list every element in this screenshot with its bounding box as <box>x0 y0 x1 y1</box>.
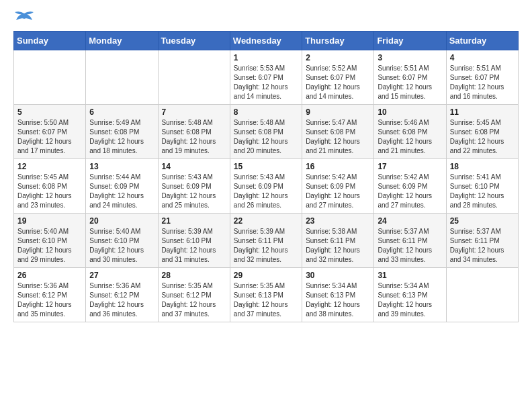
calendar-table: SundayMondayTuesdayWednesdayThursdayFrid… <box>13 31 519 322</box>
day-info: Sunrise: 5:51 AMSunset: 6:07 PMDaylight:… <box>450 64 515 101</box>
calendar-day-cell: 21Sunrise: 5:39 AMSunset: 6:10 PMDayligh… <box>158 214 230 268</box>
day-number: 23 <box>306 216 370 226</box>
day-info: Sunrise: 5:45 AMSunset: 6:08 PMDaylight:… <box>17 173 82 210</box>
day-number: 2 <box>306 53 370 62</box>
calendar-day-cell: 13Sunrise: 5:44 AMSunset: 6:09 PMDayligh… <box>86 159 158 214</box>
calendar-week-row: 12Sunrise: 5:45 AMSunset: 6:08 PMDayligh… <box>14 159 519 214</box>
day-info: Sunrise: 5:34 AMSunset: 6:13 PMDaylight:… <box>378 281 442 319</box>
day-number: 9 <box>306 107 370 117</box>
calendar-day-cell: 2Sunrise: 5:52 AMSunset: 6:07 PMDaylight… <box>302 50 374 105</box>
calendar-day-cell: 23Sunrise: 5:38 AMSunset: 6:11 PMDayligh… <box>302 214 374 268</box>
weekday-header: Thursday <box>302 32 374 50</box>
day-number: 29 <box>234 271 298 280</box>
day-number: 3 <box>378 53 442 62</box>
day-info: Sunrise: 5:48 AMSunset: 6:08 PMDaylight:… <box>162 118 226 156</box>
day-number: 4 <box>450 53 515 62</box>
day-info: Sunrise: 5:42 AMSunset: 6:09 PMDaylight:… <box>306 173 370 210</box>
day-number: 18 <box>450 162 515 171</box>
day-number: 15 <box>234 162 298 171</box>
day-info: Sunrise: 5:36 AMSunset: 6:12 PMDaylight:… <box>89 281 154 319</box>
day-number: 10 <box>378 107 442 117</box>
day-info: Sunrise: 5:35 AMSunset: 6:13 PMDaylight:… <box>234 281 298 319</box>
day-info: Sunrise: 5:47 AMSunset: 6:08 PMDaylight:… <box>306 118 370 156</box>
day-info: Sunrise: 5:39 AMSunset: 6:11 PMDaylight:… <box>234 227 298 265</box>
calendar-day-cell <box>14 50 86 105</box>
calendar-day-cell: 29Sunrise: 5:35 AMSunset: 6:13 PMDayligh… <box>230 268 302 322</box>
day-number: 24 <box>378 216 442 226</box>
day-info: Sunrise: 5:49 AMSunset: 6:08 PMDaylight:… <box>89 118 154 156</box>
day-number: 21 <box>162 216 226 226</box>
calendar-day-cell: 6Sunrise: 5:49 AMSunset: 6:08 PMDaylight… <box>86 105 158 159</box>
calendar-day-cell <box>86 50 158 105</box>
day-info: Sunrise: 5:41 AMSunset: 6:10 PMDaylight:… <box>450 173 515 210</box>
calendar-day-cell: 26Sunrise: 5:36 AMSunset: 6:12 PMDayligh… <box>14 268 86 322</box>
weekday-header: Tuesday <box>158 32 230 50</box>
day-info: Sunrise: 5:48 AMSunset: 6:08 PMDaylight:… <box>234 118 298 156</box>
day-info: Sunrise: 5:38 AMSunset: 6:11 PMDaylight:… <box>306 227 370 265</box>
calendar-week-row: 5Sunrise: 5:50 AMSunset: 6:07 PMDaylight… <box>14 105 519 159</box>
day-number: 13 <box>89 162 154 171</box>
day-info: Sunrise: 5:42 AMSunset: 6:09 PMDaylight:… <box>378 173 442 210</box>
day-info: Sunrise: 5:44 AMSunset: 6:09 PMDaylight:… <box>89 173 154 210</box>
calendar-week-row: 26Sunrise: 5:36 AMSunset: 6:12 PMDayligh… <box>14 268 519 322</box>
calendar-day-cell: 17Sunrise: 5:42 AMSunset: 6:09 PMDayligh… <box>374 159 446 214</box>
calendar-day-cell <box>158 50 230 105</box>
day-number: 1 <box>234 53 298 62</box>
day-number: 7 <box>162 107 226 117</box>
day-info: Sunrise: 5:36 AMSunset: 6:12 PMDaylight:… <box>17 281 82 319</box>
day-number: 16 <box>306 162 370 171</box>
weekday-header: Sunday <box>14 32 86 50</box>
calendar-day-cell: 31Sunrise: 5:34 AMSunset: 6:13 PMDayligh… <box>374 268 446 322</box>
page-header <box>13 13 519 24</box>
day-number: 19 <box>17 216 82 226</box>
day-number: 17 <box>378 162 442 171</box>
day-info: Sunrise: 5:40 AMSunset: 6:10 PMDaylight:… <box>17 227 82 265</box>
day-number: 5 <box>17 107 82 117</box>
calendar-header-row: SundayMondayTuesdayWednesdayThursdayFrid… <box>14 32 519 50</box>
day-number: 27 <box>89 271 154 280</box>
calendar-day-cell: 19Sunrise: 5:40 AMSunset: 6:10 PMDayligh… <box>14 214 86 268</box>
calendar-day-cell <box>446 268 518 322</box>
day-number: 11 <box>450 107 515 117</box>
calendar-day-cell: 1Sunrise: 5:53 AMSunset: 6:07 PMDaylight… <box>230 50 302 105</box>
calendar-day-cell: 16Sunrise: 5:42 AMSunset: 6:09 PMDayligh… <box>302 159 374 214</box>
day-info: Sunrise: 5:35 AMSunset: 6:12 PMDaylight:… <box>162 281 226 319</box>
calendar-day-cell: 4Sunrise: 5:51 AMSunset: 6:07 PMDaylight… <box>446 50 518 105</box>
day-info: Sunrise: 5:39 AMSunset: 6:10 PMDaylight:… <box>162 227 226 265</box>
day-number: 31 <box>378 271 442 280</box>
calendar-day-cell: 9Sunrise: 5:47 AMSunset: 6:08 PMDaylight… <box>302 105 374 159</box>
calendar-day-cell: 24Sunrise: 5:37 AMSunset: 6:11 PMDayligh… <box>374 214 446 268</box>
day-info: Sunrise: 5:37 AMSunset: 6:11 PMDaylight:… <box>450 227 515 265</box>
calendar-day-cell: 28Sunrise: 5:35 AMSunset: 6:12 PMDayligh… <box>158 268 230 322</box>
calendar-day-cell: 20Sunrise: 5:40 AMSunset: 6:10 PMDayligh… <box>86 214 158 268</box>
calendar-day-cell: 12Sunrise: 5:45 AMSunset: 6:08 PMDayligh… <box>14 159 86 214</box>
day-info: Sunrise: 5:40 AMSunset: 6:10 PMDaylight:… <box>89 227 154 265</box>
day-info: Sunrise: 5:45 AMSunset: 6:08 PMDaylight:… <box>450 118 515 156</box>
day-number: 12 <box>17 162 82 171</box>
day-number: 22 <box>234 216 298 226</box>
calendar-day-cell: 22Sunrise: 5:39 AMSunset: 6:11 PMDayligh… <box>230 214 302 268</box>
calendar-day-cell: 7Sunrise: 5:48 AMSunset: 6:08 PMDaylight… <box>158 105 230 159</box>
day-number: 26 <box>17 271 82 280</box>
day-number: 6 <box>89 107 154 117</box>
calendar-day-cell: 10Sunrise: 5:46 AMSunset: 6:08 PMDayligh… <box>374 105 446 159</box>
day-info: Sunrise: 5:53 AMSunset: 6:07 PMDaylight:… <box>234 64 298 101</box>
day-number: 28 <box>162 271 226 280</box>
day-info: Sunrise: 5:43 AMSunset: 6:09 PMDaylight:… <box>162 173 226 210</box>
day-info: Sunrise: 5:50 AMSunset: 6:07 PMDaylight:… <box>17 118 82 156</box>
day-info: Sunrise: 5:52 AMSunset: 6:07 PMDaylight:… <box>306 64 370 101</box>
day-number: 14 <box>162 162 226 171</box>
calendar-week-row: 1Sunrise: 5:53 AMSunset: 6:07 PMDaylight… <box>14 50 519 105</box>
weekday-header: Saturday <box>446 32 518 50</box>
weekday-header: Friday <box>374 32 446 50</box>
calendar-day-cell: 11Sunrise: 5:45 AMSunset: 6:08 PMDayligh… <box>446 105 518 159</box>
calendar-day-cell: 30Sunrise: 5:34 AMSunset: 6:13 PMDayligh… <box>302 268 374 322</box>
day-info: Sunrise: 5:34 AMSunset: 6:13 PMDaylight:… <box>306 281 370 319</box>
day-number: 20 <box>89 216 154 226</box>
day-info: Sunrise: 5:37 AMSunset: 6:11 PMDaylight:… <box>378 227 442 265</box>
calendar-day-cell: 5Sunrise: 5:50 AMSunset: 6:07 PMDaylight… <box>14 105 86 159</box>
logo-bird-icon <box>15 11 34 24</box>
calendar-day-cell: 14Sunrise: 5:43 AMSunset: 6:09 PMDayligh… <box>158 159 230 214</box>
calendar-day-cell: 18Sunrise: 5:41 AMSunset: 6:10 PMDayligh… <box>446 159 518 214</box>
calendar-day-cell: 25Sunrise: 5:37 AMSunset: 6:11 PMDayligh… <box>446 214 518 268</box>
